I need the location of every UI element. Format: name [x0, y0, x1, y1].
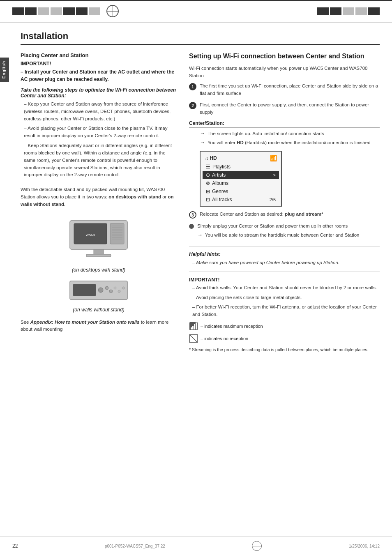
- desktop-stand-image-container: WAC5 (on desktops with stand): [21, 214, 177, 273]
- helpful-hints-label: Helpful hints:: [189, 251, 380, 257]
- screen-albums: ⊗ Albums: [203, 179, 279, 187]
- wifi-intro: Wi-Fi connection starts automatically wh…: [189, 65, 380, 80]
- screen-artists: ⊙ Artists >: [203, 171, 279, 179]
- bar-block-r3: [343, 7, 354, 15]
- svg-rect-3: [110, 223, 124, 244]
- screen-genres: ⊞ Genres: [203, 187, 279, 196]
- svg-rect-25: [192, 326, 194, 329]
- step-3-number: 3: [189, 211, 196, 219]
- signal-none-label: – indicates no reception: [201, 336, 248, 341]
- bar-block-1: [12, 7, 24, 15]
- arrow-text-1: The screen lights up. Auto installation/…: [208, 130, 324, 138]
- playlist-icon: ☰: [206, 164, 210, 170]
- bottom-crosshair-icon: [252, 541, 262, 551]
- important-text-1: – Install your Center and Station near t…: [21, 68, 177, 83]
- important-label-2: IMPORTANT!: [189, 277, 380, 283]
- top-bar-left: [12, 7, 100, 15]
- dash-3: –: [24, 143, 28, 148]
- page-title: Installation: [21, 31, 380, 45]
- center-station-label: Center/Station:: [189, 120, 380, 128]
- bar-block-3: [38, 7, 49, 15]
- screen-header: ♫ HD 📶: [203, 154, 279, 163]
- albums-label: Albums: [212, 180, 228, 186]
- screen-alltracks: ⊡ All tracks 2/5: [203, 196, 279, 204]
- arrow-text-2: You will enter HD (Harddisk) mode when t…: [208, 139, 371, 147]
- page-number: 22: [12, 543, 18, 549]
- step-1-number: 1: [189, 83, 196, 90]
- bar-block-4: [51, 7, 62, 15]
- step-1: 1 The first time you set up Wi-Fi connec…: [189, 83, 380, 97]
- svg-point-22: [122, 287, 125, 289]
- divider-2: [189, 272, 380, 272]
- signal-none-item: – indicates no reception: [189, 334, 248, 343]
- bar-block-r5: [368, 7, 380, 15]
- signal-icons-row: – indicates maximum reception: [189, 322, 380, 331]
- dash-2: –: [24, 126, 28, 131]
- caption-wall: (on walls without stand): [21, 307, 177, 313]
- svg-rect-13: [94, 249, 104, 254]
- bar-block-7: [89, 7, 100, 15]
- language-tab: English: [0, 58, 9, 82]
- step-1-text: The first time you set up Wi-Fi connecti…: [200, 83, 380, 97]
- arrow-item-1: → The screen lights up. Auto installatio…: [189, 130, 380, 138]
- albums-icon: ⊗: [206, 180, 210, 186]
- svg-rect-16: [73, 284, 96, 296]
- playlist-label: Playlists: [212, 164, 231, 170]
- bottom-bar: 22 p001-P052-WACS57_Eng_37 22 1/25/2006,…: [0, 537, 392, 555]
- step-2-number: 2: [189, 102, 196, 109]
- top-bar-right: [317, 7, 380, 15]
- svg-text:WAC5: WAC5: [86, 233, 95, 237]
- artists-label: Artists: [212, 172, 226, 178]
- svg-point-20: [114, 287, 116, 289]
- two-column-layout: Placing Center and Station IMPORTANT! – …: [21, 52, 380, 356]
- alltracks-icon: ⊡: [206, 197, 210, 203]
- step-4: Simply unplug your Center or Station and…: [189, 223, 380, 241]
- step-4-arrow-item: → You will be able to stream the harddis…: [197, 232, 380, 239]
- svg-point-21: [118, 290, 120, 292]
- important2-bullet1: – Avoid thick walls. Your Center and Sta…: [189, 284, 380, 292]
- genres-label: Genres: [212, 189, 228, 194]
- screen-signal-icon: 📶: [270, 155, 277, 161]
- step-4-container: Simply unplug your Center or Station and…: [197, 223, 380, 241]
- signal-max-label: – indicates maximum reception: [201, 324, 263, 329]
- appendix-text: See Appendix: How to mount your Station …: [21, 319, 177, 334]
- svg-point-19: [109, 290, 113, 293]
- step-3-text: Relocate Center and Station as desired: …: [200, 211, 323, 218]
- left-section-title: Placing Center and Station: [21, 52, 177, 58]
- footnote: * Streaming is the process describing da…: [189, 346, 380, 353]
- signal-max-icon: [189, 322, 198, 331]
- page-content: Installation Placing Center and Station …: [0, 23, 392, 364]
- caption-desktop: (on desktops with stand): [21, 267, 177, 273]
- crosshair-icon: [106, 5, 119, 17]
- arrow-icon-1: →: [200, 130, 205, 136]
- bar-block-r1: [317, 7, 329, 15]
- bullet-interference: – Keep your Center and Station away from…: [21, 101, 177, 122]
- bullet-stations: – Keep Stations adequately apart or in d…: [21, 142, 177, 179]
- signal-max-item: – indicates maximum reception: [189, 322, 263, 331]
- alltracks-num: 2/5: [270, 197, 276, 202]
- screen-hd-label: ♫ HD: [205, 155, 217, 161]
- mid-text: With the detachable stand and by-packed …: [21, 186, 177, 208]
- hint-text: Make sure you have powered up Center bef…: [196, 260, 339, 265]
- wall-mount-svg: [66, 279, 131, 304]
- dash-1: –: [24, 101, 28, 106]
- bar-block-2: [25, 7, 37, 15]
- artists-arrow: >: [273, 173, 276, 177]
- step-3: 3 Relocate Center and Station as desired…: [189, 211, 380, 219]
- arrow-icon-2: →: [200, 139, 205, 145]
- arrow-icon-4: →: [197, 232, 203, 238]
- svg-point-17: [98, 288, 103, 292]
- footer-date: 1/25/2006, 14:12: [349, 544, 380, 548]
- alltracks-label: All tracks: [212, 197, 232, 203]
- italic-intro: Take the following steps to optimize the…: [21, 87, 177, 99]
- bar-block-6: [76, 7, 88, 15]
- wall-mount-image-container: (on walls without stand): [21, 279, 177, 313]
- bar-block-r2: [330, 7, 341, 15]
- important2-bullet3: – For better Wi-Fi reception, turn the W…: [189, 304, 380, 318]
- right-column: Setting up Wi-Fi connection between Cent…: [189, 52, 380, 356]
- desktop-stand-svg: WAC5: [58, 214, 140, 264]
- signal-none-icon: [189, 334, 198, 343]
- signal-none-row: – indicates no reception: [189, 334, 380, 343]
- svg-rect-26: [194, 324, 195, 329]
- screen-display: ♫ HD 📶 ☰ Playlists ⊙ Artists > ⊗ Albums: [200, 151, 282, 207]
